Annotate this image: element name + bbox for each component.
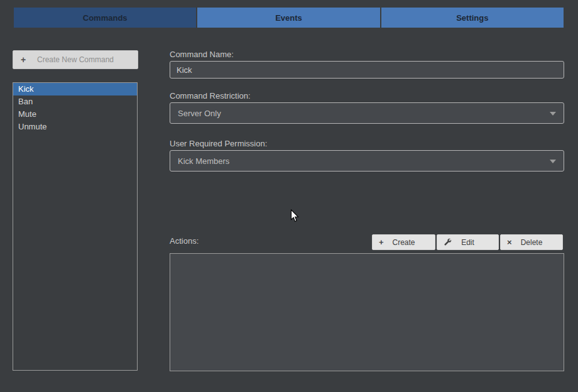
command-name-input[interactable] (170, 61, 564, 79)
command-list-item-unmute[interactable]: Unmute (13, 121, 137, 133)
app-window: Commands Events Settings + Create New Co… (0, 0, 578, 392)
command-name-label: Command Name: (170, 50, 234, 59)
command-restriction-value: Server Only (178, 109, 221, 118)
command-restriction-dropdown[interactable]: Server Only (170, 102, 564, 124)
command-restriction-label: Command Restriction: (170, 91, 251, 101)
tab-bar: Commands Events Settings (14, 8, 564, 28)
plus-icon: + (21, 54, 26, 65)
actions-label: Actions: (170, 236, 199, 246)
chevron-down-icon (550, 160, 556, 163)
plus-icon: + (379, 237, 384, 247)
command-list: Kick Ban Mute Unmute (13, 82, 138, 371)
wrench-icon (444, 237, 452, 246)
close-icon: × (507, 237, 512, 247)
command-list-item-mute[interactable]: Mute (13, 108, 137, 121)
action-delete-button[interactable]: × Delete (500, 234, 563, 250)
command-list-item-kick[interactable]: Kick (13, 83, 137, 95)
user-permission-label: User Required Permission: (170, 139, 267, 148)
tab-settings[interactable]: Settings (381, 8, 564, 28)
tab-events[interactable]: Events (197, 8, 379, 28)
action-edit-button[interactable]: Edit (437, 234, 499, 250)
chevron-down-icon (550, 112, 556, 116)
tab-commands[interactable]: Commands (14, 8, 196, 28)
actions-list[interactable] (170, 253, 564, 371)
create-new-command-button[interactable]: + Create New Command (13, 50, 138, 69)
user-permission-value: Kick Members (178, 156, 229, 166)
user-permission-dropdown[interactable]: Kick Members (170, 150, 564, 172)
command-list-item-ban[interactable]: Ban (13, 95, 137, 108)
mouse-cursor (290, 209, 300, 226)
action-create-button[interactable]: + Create (372, 234, 435, 250)
action-delete-label: Delete (504, 238, 559, 247)
create-new-command-label: Create New Command (17, 55, 134, 64)
action-create-label: Create (376, 238, 431, 247)
